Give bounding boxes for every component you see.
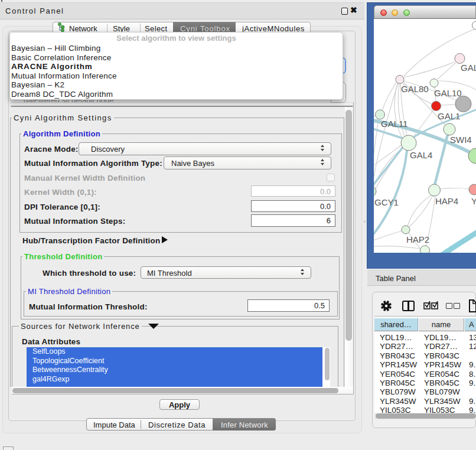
svg-text:GAL1: GAL1 <box>438 111 460 121</box>
svg-text:GAL4: GAL4 <box>410 150 432 160</box>
svg-text:GAL10: GAL10 <box>434 88 462 98</box>
svg-text:HAP4: HAP4 <box>435 196 458 206</box>
svg-text:HAP2: HAP2 <box>406 234 429 244</box>
svg-text:SWI4: SWI4 <box>450 135 472 145</box>
svg-text:GCY1: GCY1 <box>374 197 399 207</box>
svg-text:GAL80: GAL80 <box>401 84 429 94</box>
svg-text:Y: Y <box>471 196 476 206</box>
svg-text:GAL11: GAL11 <box>381 119 408 129</box>
svg-text:GAL7: GAL7 <box>461 63 476 73</box>
